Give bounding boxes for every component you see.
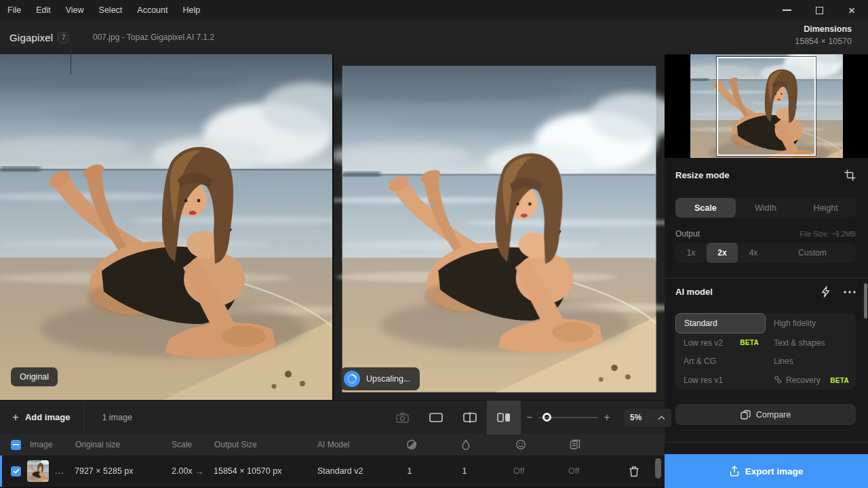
menu-view[interactable]: View [58, 0, 92, 20]
model-text-shapes[interactable]: Text & shapes [766, 333, 856, 352]
export-divider [665, 442, 868, 443]
model-recovery[interactable]: Recovery BETA [766, 371, 856, 390]
beta-badge: BETA [740, 339, 759, 346]
document-title: 007.jpg - Topaz Gigapixel AI 7.1.2 [93, 20, 214, 54]
tab-scale[interactable]: Scale [675, 198, 736, 218]
model-art-cg[interactable]: Art & CG [675, 352, 766, 371]
image-count: 1 image [84, 413, 132, 422]
navigator-viewport[interactable] [717, 57, 816, 156]
delete-row-button[interactable] [629, 466, 639, 477]
maximize-button[interactable] [803, 0, 835, 20]
ai-model-section-header: AI model [665, 286, 868, 298]
compare-label: Compare [756, 410, 791, 420]
row-gamma-value: Off [568, 466, 579, 476]
single-view-icon [429, 413, 443, 422]
zoom-level-value: 5% [630, 413, 642, 422]
model-high-fidelity-label: High fidelity [774, 319, 849, 328]
upscaled-photo [334, 54, 665, 400]
view-controls: − + 5% [385, 401, 671, 434]
dimensions-block: Dimensions 15854 × 10570 [795, 24, 852, 46]
lightning-bolt-icon[interactable] [821, 286, 830, 298]
title-bar: Gigapixel 7 007.jpg - Topaz Gigapixel AI… [0, 20, 868, 54]
original-photo [0, 54, 332, 400]
trash-icon [629, 466, 639, 477]
scale-options: 1x 2x 4x Custom [675, 243, 856, 263]
model-low-res-v2[interactable]: Low res v2BETA [675, 333, 766, 352]
queue-scrollbar-thumb[interactable] [655, 458, 661, 479]
tab-height[interactable]: Height [795, 198, 856, 218]
export-image-button[interactable]: Export image [665, 454, 868, 488]
menu-file[interactable]: File [0, 0, 28, 20]
compare-icon [741, 410, 751, 420]
camera-icon [396, 412, 409, 423]
menu-help[interactable]: Help [176, 0, 208, 20]
check-icon [13, 468, 20, 474]
zoom-out-button[interactable]: − [521, 411, 538, 424]
scale-2x-button[interactable]: 2x [707, 243, 738, 263]
preview-image-pane[interactable]: Upscaling... [334, 54, 665, 400]
menu-select[interactable]: Select [92, 0, 130, 20]
select-all-checkbox[interactable] [11, 440, 21, 450]
row-sharpen-value: 1 [404, 466, 415, 476]
export-area: Export image [665, 434, 868, 488]
gamma-icon [570, 439, 580, 450]
add-image-label: Add image [25, 412, 70, 422]
model-standard[interactable]: Standard [675, 313, 766, 333]
panel-scrollbar-thumb[interactable] [864, 283, 867, 319]
model-text-shapes-label: Text & shapes [774, 338, 849, 348]
upscaling-label: Upscaling... [366, 374, 410, 384]
plus-icon: + [12, 411, 19, 424]
resize-section-header: Resize mode [665, 169, 868, 181]
model-recovery-label: Recovery [786, 375, 826, 385]
single-view-button[interactable] [419, 401, 453, 434]
queue-header: Image Original size Scale Output Size AI… [0, 434, 665, 455]
tab-width[interactable]: Width [736, 198, 796, 218]
row-more[interactable]: ... [55, 466, 64, 476]
model-lines[interactable]: Lines [766, 352, 856, 371]
model-high-fidelity[interactable]: High fidelity [766, 313, 856, 333]
menu-account[interactable]: Account [130, 0, 175, 20]
resize-mode-title: Resize mode [675, 170, 729, 180]
dimensions-value: 15854 × 10570 [795, 37, 852, 46]
scale-4x-button[interactable]: 4x [738, 243, 769, 263]
bottom-toolbar: + Add image 1 image [0, 400, 665, 434]
zoom-slider-knob[interactable] [542, 413, 551, 422]
scale-1x-button[interactable]: 1x [675, 243, 707, 263]
snapshot-button[interactable] [385, 401, 419, 434]
app-logo: Gigapixel 7 [9, 20, 69, 54]
zoom-slider[interactable] [538, 401, 598, 434]
chevron-up-icon [658, 415, 665, 420]
ai-model-grid: Standard High fidelity Low res v2BETA Te… [675, 313, 856, 390]
minimize-button[interactable] [770, 0, 803, 20]
scale-custom-button[interactable]: Custom [769, 243, 856, 263]
side-by-side-icon [497, 413, 511, 422]
split-view-button[interactable] [453, 401, 487, 434]
original-image-pane[interactable]: Original [0, 54, 332, 400]
menu-edit[interactable]: Edit [28, 0, 58, 20]
compare-button[interactable]: Compare [675, 404, 856, 425]
row-thumbnail [27, 460, 49, 482]
col-ai-model: AI Model [317, 440, 349, 449]
model-low-res-v1[interactable]: Low res v1 [675, 371, 766, 390]
close-button[interactable]: × [835, 0, 868, 20]
side-by-side-view-button[interactable] [487, 401, 521, 434]
settings-panel: Resize mode Scale Width Height Output Fi… [665, 54, 868, 434]
model-standard-label: Standard [684, 319, 758, 328]
queue-row[interactable]: ... 7927 × 5285 px 2.00x → 15854 × 10570… [0, 455, 665, 487]
zoom-level-control[interactable]: 5% [624, 409, 671, 427]
denoise-icon [461, 439, 471, 450]
more-options-icon[interactable] [844, 291, 856, 293]
add-image-button[interactable]: + Add image [0, 401, 83, 434]
app-name: Gigapixel [9, 32, 53, 43]
maximize-icon [816, 7, 823, 14]
row-checkbox[interactable] [11, 466, 21, 476]
crop-icon[interactable] [844, 169, 856, 181]
col-output-size: Output Size [214, 440, 257, 449]
face-recovery-icon [515, 439, 526, 450]
indeterminate-icon [13, 444, 19, 446]
arrow-right-icon: → [195, 466, 204, 476]
version-badge: 7 [58, 32, 69, 43]
comparison-viewer: Original Upscaling... [0, 54, 665, 400]
zoom-in-button[interactable]: + [598, 411, 616, 424]
gigapixel-window: File Edit View Select Account Help × Gig… [0, 0, 868, 488]
